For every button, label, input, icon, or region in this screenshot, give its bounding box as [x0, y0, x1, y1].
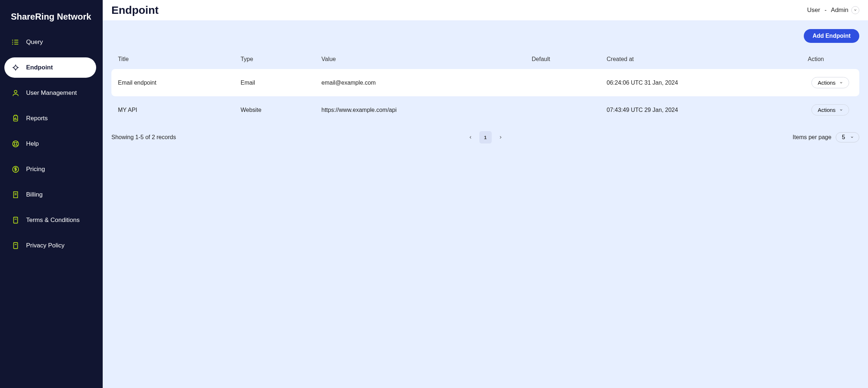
table-row: MY APIWebsitehttps://www.example.com/api… [111, 96, 859, 124]
column-header: Type [234, 51, 315, 69]
clipboard-icon [12, 114, 20, 122]
user-icon [12, 89, 20, 97]
table-header-row: TitleTypeValueDefaultCreated atAction [111, 51, 859, 69]
cell-action: Actions [801, 96, 859, 124]
chevron-down-icon [850, 136, 854, 139]
column-header: Created at [600, 51, 801, 69]
pagination-page-1[interactable]: 1 [479, 131, 492, 144]
cell-created_at: 06:24:06 UTC 31 Jan, 2024 [600, 69, 801, 96]
items-per-page: Items per page 5 [793, 132, 859, 142]
lifebuoy-icon [12, 140, 20, 148]
sidebar-item-label: Privacy Policy [26, 242, 65, 249]
sidebar-item-label: User Management [26, 89, 77, 97]
sidebar-item-label: Terms & Conditions [26, 217, 79, 224]
add-endpoint-button[interactable]: Add Endpoint [804, 29, 859, 43]
page-toolbar: Add Endpoint [111, 29, 859, 43]
sidebar-item-billing[interactable]: Billing [4, 185, 96, 205]
row-actions-button[interactable]: Actions [811, 104, 849, 116]
chevron-left-icon [468, 135, 472, 140]
receipt-icon [12, 191, 20, 199]
user-separator: - [823, 7, 828, 14]
cell-type: Website [234, 96, 315, 124]
sidebar-nav: QueryEndpointUser ManagementReportsHelpP… [0, 32, 103, 256]
cell-default [525, 69, 600, 96]
sidebar-item-user-management[interactable]: User Management [4, 83, 96, 103]
column-header: Value [315, 51, 525, 69]
target-icon [12, 64, 20, 72]
user-menu-caret[interactable] [851, 6, 859, 14]
column-header: Title [111, 51, 234, 69]
sidebar-item-label: Billing [26, 191, 42, 198]
chevron-down-icon [839, 108, 843, 112]
sidebar: ShareRing Network QueryEndpointUser Mana… [0, 0, 103, 388]
chevron-down-icon [853, 8, 857, 12]
endpoints-table: TitleTypeValueDefaultCreated atAction Em… [111, 51, 859, 124]
actions-label: Actions [818, 107, 835, 113]
list-icon [12, 38, 20, 46]
chevron-down-icon [839, 81, 843, 85]
content: Add Endpoint TitleTypeValueDefaultCreate… [103, 20, 868, 388]
sidebar-item-endpoint[interactable]: Endpoint [4, 57, 96, 78]
cell-value: https://www.example.com/api [315, 96, 525, 124]
dollar-icon [12, 165, 20, 173]
sidebar-item-label: Help [26, 140, 39, 147]
sidebar-item-help[interactable]: Help [4, 134, 96, 154]
cell-created_at: 07:43:49 UTC 29 Jan, 2024 [600, 96, 801, 124]
items-per-page-select[interactable]: 5 [836, 132, 859, 142]
cell-title: MY API [111, 96, 234, 124]
pagination-prev-button[interactable] [464, 131, 476, 144]
items-per-page-label: Items per page [793, 134, 831, 141]
items-per-page-value: 5 [842, 134, 845, 141]
brand-title: ShareRing Network [0, 4, 103, 32]
cell-action: Actions [801, 69, 859, 96]
pagination-summary: Showing 1-5 of 2 records [111, 134, 176, 141]
column-header: Action [801, 51, 859, 69]
topbar: Endpoint User - Admin [103, 0, 868, 20]
cell-default [525, 96, 600, 124]
sidebar-item-label: Endpoint [26, 64, 53, 71]
sidebar-item-label: Query [26, 39, 43, 46]
cell-value: email@example.com [315, 69, 525, 96]
chevron-right-icon [499, 135, 503, 140]
user-label: User [807, 7, 820, 14]
sidebar-item-terms[interactable]: Terms & Conditions [4, 210, 96, 230]
column-header: Default [525, 51, 600, 69]
table-footer: Showing 1-5 of 2 records 1 Items per pag… [111, 124, 859, 142]
user-menu[interactable]: User - Admin [807, 6, 859, 14]
row-actions-button[interactable]: Actions [811, 77, 849, 88]
sidebar-item-reports[interactable]: Reports [4, 108, 96, 129]
table-body: Email endpointEmailemail@example.com06:2… [111, 69, 859, 124]
cell-type: Email [234, 69, 315, 96]
pagination-controls: 1 [464, 131, 507, 144]
sidebar-item-pricing[interactable]: Pricing [4, 159, 96, 179]
main: Endpoint User - Admin Add Endpoint Title… [103, 0, 868, 388]
page-title: Endpoint [111, 4, 159, 16]
pagination-next-button[interactable] [495, 131, 507, 144]
sidebar-item-query[interactable]: Query [4, 32, 96, 52]
sidebar-item-label: Reports [26, 115, 48, 122]
sidebar-item-privacy[interactable]: Privacy Policy [4, 235, 96, 256]
document-icon [12, 216, 20, 224]
sidebar-item-label: Pricing [26, 166, 45, 173]
user-role: Admin [831, 7, 848, 14]
cell-title: Email endpoint [111, 69, 234, 96]
table-row: Email endpointEmailemail@example.com06:2… [111, 69, 859, 96]
document-icon [12, 242, 20, 250]
actions-label: Actions [818, 80, 835, 86]
